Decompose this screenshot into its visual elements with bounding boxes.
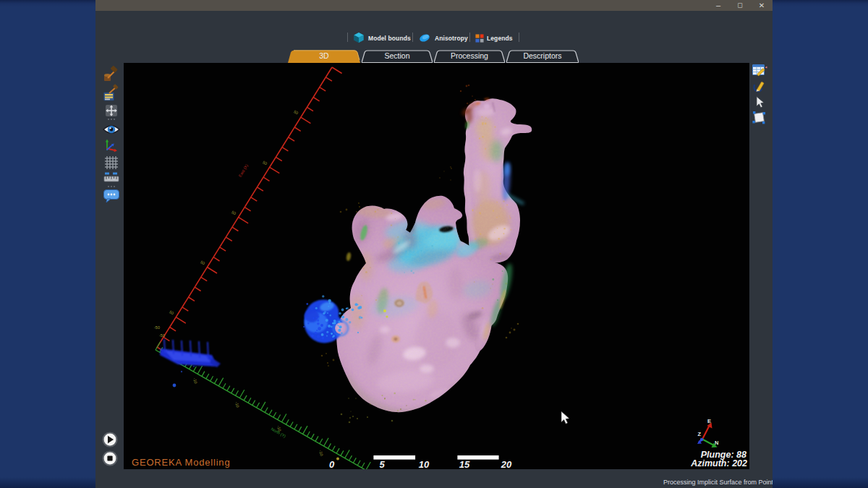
- svg-text:-50: -50: [154, 325, 160, 330]
- svg-text:N: N: [715, 440, 718, 446]
- svg-text:E: E: [707, 418, 711, 424]
- svg-text:Azimuth: 202: Azimuth: 202: [690, 458, 747, 468]
- svg-text:-50: -50: [159, 333, 165, 338]
- svg-text:15: 15: [459, 459, 470, 469]
- svg-text:Z: Z: [698, 431, 702, 437]
- svg-text:GEOREKA Modelling: GEOREKA Modelling: [132, 457, 230, 468]
- svg-text:0: 0: [329, 459, 335, 469]
- svg-text:10: 10: [419, 459, 430, 469]
- svg-text:5: 5: [379, 459, 385, 469]
- svg-text:20: 20: [501, 459, 512, 469]
